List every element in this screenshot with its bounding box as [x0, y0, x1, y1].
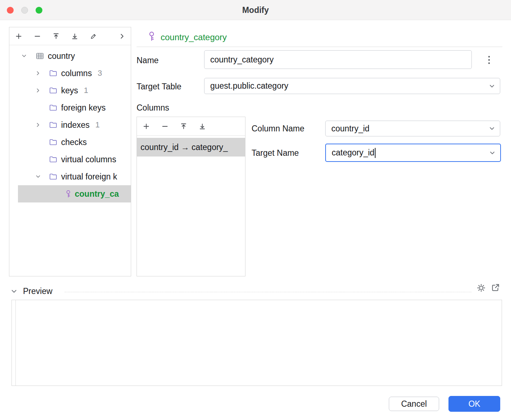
arrow-down-bar-icon	[71, 33, 78, 40]
chevron-down-icon[interactable]	[34, 173, 42, 180]
mapping-toolbar	[137, 117, 245, 136]
add-button[interactable]	[15, 33, 22, 40]
name-input[interactable]	[204, 50, 472, 69]
window-title: Modify	[0, 0, 511, 20]
chevron-down-icon	[489, 149, 496, 157]
editor-gutter	[12, 300, 16, 386]
column-name-label: Column Name	[252, 124, 304, 134]
arrow-down-bar-icon	[199, 123, 206, 130]
arrow-up-bar-icon	[52, 33, 60, 40]
cancel-button[interactable]: Cancel	[389, 397, 439, 411]
object-tree-panel: country columns 3 keys 1 foreign keys	[9, 27, 131, 276]
tree-item-count: 3	[98, 69, 102, 78]
chevron-down-icon[interactable]	[20, 52, 28, 60]
plus-icon	[143, 123, 150, 130]
move-down-button[interactable]	[71, 33, 78, 40]
key-icon	[147, 31, 157, 42]
arrow-up-bar-icon	[180, 123, 187, 130]
tree-item-label: indexes	[61, 120, 89, 130]
key-icon	[64, 190, 73, 198]
edit-button[interactable]	[90, 33, 97, 40]
folder-icon	[49, 138, 57, 146]
gear-icon	[477, 283, 486, 293]
folder-icon	[49, 103, 57, 112]
remove-mapping-button[interactable]	[161, 123, 169, 130]
expand-toolbar-button[interactable]	[119, 33, 126, 40]
target-table-value: guest.public.category	[210, 81, 288, 91]
minus-icon	[161, 123, 169, 130]
chevron-down-icon	[10, 288, 18, 295]
text-caret	[375, 148, 376, 158]
tree-item-label: keys	[61, 86, 78, 95]
chevron-down-icon	[488, 125, 496, 132]
chevron-right-icon[interactable]	[34, 121, 42, 129]
column-name-combo[interactable]: country_id	[325, 121, 500, 136]
plus-icon	[15, 33, 22, 40]
target-table-combo[interactable]: guest.public.category	[204, 78, 500, 94]
remove-button[interactable]	[34, 33, 41, 40]
ok-button[interactable]: OK	[448, 396, 500, 412]
tree-item-count: 1	[95, 120, 100, 130]
tree-item-columns[interactable]: columns 3	[9, 65, 131, 82]
preview-toggle[interactable]: Preview	[10, 286, 52, 296]
tree-item-label: columns	[61, 69, 92, 78]
chevron-right-icon[interactable]	[34, 70, 42, 77]
preview-separator	[65, 292, 471, 292]
tree-item-foreign-keys[interactable]: foreign keys	[9, 99, 131, 116]
tree-item-label: country_ca	[75, 189, 119, 199]
chevron-down-icon	[488, 83, 496, 90]
move-mapping-up-button[interactable]	[180, 123, 187, 130]
tree-item-country[interactable]: country	[9, 47, 131, 65]
minus-icon	[34, 33, 41, 40]
title-bar: Modify	[0, 0, 511, 20]
sql-preview-editor[interactable]	[11, 300, 502, 386]
move-up-button[interactable]	[52, 33, 60, 40]
folder-icon	[49, 172, 57, 181]
folder-icon	[49, 69, 57, 78]
preview-settings-button[interactable]	[477, 283, 486, 293]
add-mapping-button[interactable]	[143, 123, 150, 130]
mapping-list-item[interactable]: country_id → category_	[137, 138, 245, 157]
object-tree: country columns 3 keys 1 foreign keys	[9, 45, 131, 202]
preview-label: Preview	[23, 286, 52, 296]
open-in-new-icon	[491, 283, 500, 292]
folder-icon	[49, 86, 57, 95]
column-name-value: country_id	[331, 124, 369, 134]
table-icon	[36, 52, 44, 60]
tree-item-count: 1	[84, 86, 88, 95]
folder-icon	[49, 155, 57, 164]
pencil-icon	[90, 33, 97, 40]
target-name-combo[interactable]: category_id	[325, 144, 501, 162]
target-table-label: Target Table	[137, 82, 181, 92]
target-name-label: Target Name	[252, 148, 299, 158]
tree-item-label: virtual foreign k	[61, 172, 117, 182]
columns-label: Columns	[137, 103, 169, 113]
tree-item-label: foreign keys	[61, 103, 106, 113]
more-options-button[interactable]	[483, 53, 495, 67]
chevron-right-icon	[119, 33, 126, 40]
folder-icon	[49, 121, 57, 129]
modify-dialog: Modify	[0, 0, 511, 420]
kebab-menu-icon	[488, 55, 491, 65]
tree-toolbar	[9, 27, 131, 45]
tree-item-label: virtual columns	[61, 155, 116, 164]
tree-item-label: country	[48, 51, 75, 61]
column-mapping-panel: country_id → category_	[137, 117, 245, 276]
tree-item-virtual-foreign-keys[interactable]: virtual foreign k	[9, 168, 131, 185]
mapping-text: country_id → category_	[141, 143, 228, 152]
tree-item-checks[interactable]: checks	[9, 134, 131, 151]
chevron-right-icon[interactable]	[34, 87, 42, 94]
tree-item-virtual-columns[interactable]: virtual columns	[9, 151, 131, 168]
name-label: Name	[137, 56, 158, 65]
header-divider	[137, 47, 502, 47]
foreign-key-title: country_category	[161, 32, 227, 42]
tree-item-keys[interactable]: keys 1	[9, 82, 131, 99]
move-mapping-down-button[interactable]	[199, 123, 206, 130]
tree-item-label: checks	[61, 137, 87, 147]
open-in-editor-button[interactable]	[491, 283, 500, 292]
tree-item-country-category[interactable]: country_ca	[18, 185, 131, 202]
target-name-value: category_id	[332, 148, 374, 158]
tree-item-indexes[interactable]: indexes 1	[9, 116, 131, 134]
